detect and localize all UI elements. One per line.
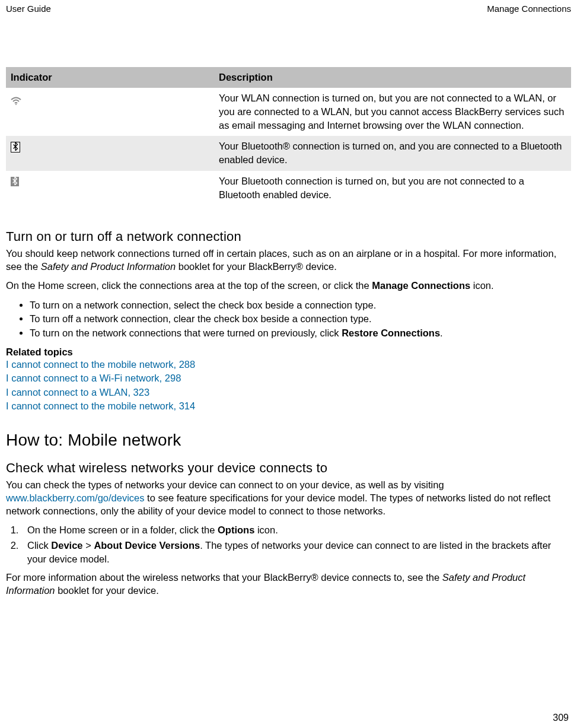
table-header-description: Description [214, 67, 571, 88]
text: On the Home screen, click the connection… [6, 280, 372, 291]
section2-para2: For more information about the wireless … [6, 571, 571, 597]
text: . [440, 328, 443, 338]
text: icon. [470, 280, 493, 291]
text: To turn on the network connections that … [30, 328, 342, 338]
text: On the Home screen or in a folder, click… [27, 524, 218, 535]
text: > [83, 540, 94, 551]
bluetooth-connected-icon [11, 142, 20, 152]
text: For more information about the wireless … [6, 572, 442, 583]
header-left: User Guide [6, 4, 51, 14]
indicator-table: Indicator Description Your WLAN co [6, 67, 571, 205]
related-link[interactable]: I cannot connect to the mobile network, … [6, 399, 571, 413]
related-topics-list: I cannot connect to the mobile network, … [6, 358, 571, 412]
text-italic: Safety and Product Information [41, 261, 176, 272]
text-bold: Manage Connections [372, 280, 470, 291]
text: booklet for your device. [55, 585, 159, 596]
related-topics-heading: Related topics [6, 346, 571, 358]
page-header: User Guide Manage Connections [6, 4, 571, 14]
heading-how-to-mobile-network: How to: Mobile network [6, 431, 571, 450]
list-item: To turn on a network connection, select … [30, 298, 571, 313]
related-link[interactable]: I cannot connect to the mobile network, … [6, 358, 571, 371]
text-bold: Device [51, 540, 82, 551]
table-cell-desc: Your Bluetooth connection is turned on, … [214, 171, 571, 205]
text: icon. [254, 524, 278, 535]
text-bold: Options [218, 524, 254, 535]
section2-para1: You can check the types of networks your… [6, 478, 571, 518]
external-link[interactable]: www.blackberry.com/go/devices [6, 492, 145, 503]
wifi-dim-icon [11, 95, 21, 103]
table-row: Your Bluetooth® connection is turned on,… [6, 136, 571, 170]
text: booklet for your BlackBerry® device. [176, 261, 337, 272]
list-item: On the Home screen or in a folder, click… [21, 523, 571, 537]
related-link[interactable]: I cannot connect to a WLAN, 323 [6, 386, 571, 399]
text-bold: Restore Connections [342, 328, 440, 338]
table-cell-desc: Your WLAN connection is turned on, but y… [214, 88, 571, 136]
table-row: Your Bluetooth connection is turned on, … [6, 171, 571, 205]
text: Click [27, 540, 51, 551]
table-cell-desc: Your Bluetooth® connection is turned on,… [214, 136, 571, 170]
text-bold: About Device Versions [94, 540, 200, 551]
section-heading-turn-on-off: Turn on or turn off a network connection [6, 229, 571, 244]
header-right: Manage Connections [487, 4, 571, 14]
svg-point-0 [15, 104, 17, 105]
list-item: Click Device > About Device Versions. Th… [21, 539, 571, 566]
section2-steps: On the Home screen or in a folder, click… [6, 523, 571, 565]
section1-bullets: To turn on a network connection, select … [6, 298, 571, 341]
list-item: To turn off a network connection, clear … [30, 312, 571, 326]
section1-para1: You should keep network connections turn… [6, 247, 571, 274]
list-item: To turn on the network connections that … [30, 326, 571, 341]
related-link[interactable]: I cannot connect to a Wi-Fi network, 298 [6, 371, 571, 385]
page-number: 309 [553, 713, 569, 723]
section1-para2: On the Home screen, click the connection… [6, 279, 571, 292]
text: You can check the types of networks your… [6, 479, 444, 490]
table-row: Your WLAN connection is turned on, but y… [6, 88, 571, 136]
section-heading-check-networks: Check what wireless networks your device… [6, 460, 571, 476]
bluetooth-on-icon [11, 177, 19, 186]
table-header-indicator: Indicator [6, 67, 214, 88]
